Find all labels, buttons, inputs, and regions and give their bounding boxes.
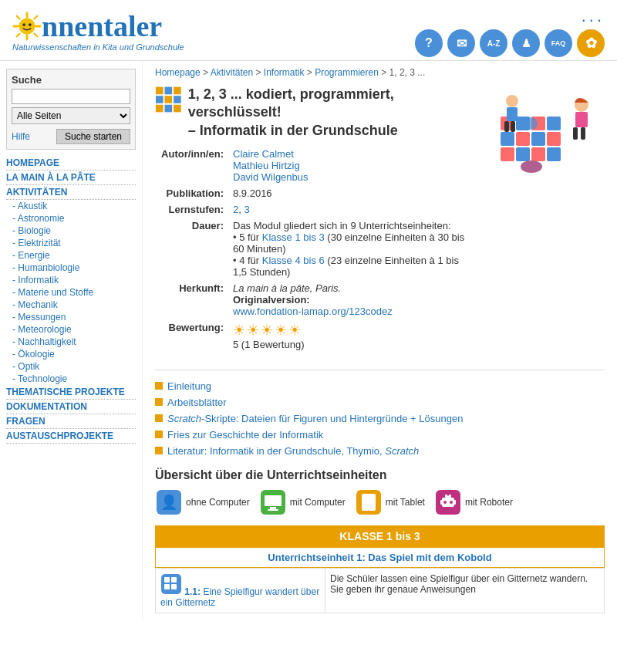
svg-point-9 — [22, 23, 25, 26]
mit-tablet-icon — [355, 488, 383, 516]
sidebar-item---materie-und-stoffe[interactable]: - Materie und Stoffe — [6, 286, 136, 299]
sidebar-item---optik[interactable]: - Optik — [6, 360, 136, 373]
bullet-square-5 — [155, 447, 163, 454]
sidebar-item---meteorologie[interactable]: - Meteorologie — [6, 323, 136, 336]
bullet-list: Einleitung Arbeitsblätter Scratch-Skript… — [155, 378, 605, 459]
svg-line-8 — [17, 34, 20, 37]
sidebar-item---biologie[interactable]: - Biologie — [6, 225, 136, 237]
svg-rect-31 — [547, 147, 561, 161]
sidebar-item-dokumentation[interactable]: DOKUMENTATION — [6, 400, 136, 414]
bullet-square-3 — [155, 414, 163, 422]
star-3: ☀ — [261, 322, 273, 339]
sidebar-item---elektrizitt[interactable]: - Elektrizität — [6, 237, 136, 249]
mit-tablet-label: mit Tablet — [386, 497, 425, 508]
svg-rect-55 — [440, 500, 443, 505]
klasse-1-3-link[interactable]: Klasse 1 bis 3 — [262, 231, 325, 243]
svg-point-34 — [506, 95, 518, 107]
search-box: Suche Alle Seiten Hilfe Suche starten — [6, 69, 136, 150]
author-claire[interactable]: Claire Calmet — [233, 148, 294, 160]
svg-line-5 — [17, 16, 20, 19]
search-input[interactable] — [12, 89, 130, 104]
arbeitsblaetter-link[interactable]: Arbeitsblätter — [167, 397, 227, 408]
sidebar-item---mechanik[interactable]: - Mechanik — [6, 299, 136, 311]
article-title-block: 1, 2, 3 ... kodiert, programmiert, versc… — [155, 86, 480, 360]
breadcrumb-aktivitaeten[interactable]: Aktivitäten — [211, 67, 253, 78]
unit-table: 1.1: Eine Spielfigur wandert über ein Gi… — [155, 568, 605, 613]
info-table: Autor/inn/en: Claire Calmet Mathieu Hirt… — [155, 146, 480, 353]
faq-nav-icon[interactable]: FAQ — [545, 29, 572, 57]
literatur-link[interactable]: Literatur: Informatik in der Grundschule… — [167, 445, 419, 457]
sidebar-item---kologie[interactable]: - Ökologie — [6, 348, 136, 360]
help-nav-icon[interactable]: ? — [415, 29, 443, 57]
svg-point-53 — [443, 501, 447, 504]
authors-cell: Claire Calmet Mathieu Hirtzig David Wilg… — [228, 146, 480, 185]
header-dots: ... — [582, 6, 605, 26]
svg-rect-40 — [573, 127, 578, 140]
svg-rect-25 — [516, 132, 530, 146]
sidebar-item---humanbiologie[interactable]: - Humanbiologie — [6, 262, 136, 274]
sidebar-item---technologie[interactable]: - Technologie — [6, 373, 136, 385]
sidebar-item---nachhaltigkeit[interactable]: - Nachhaltigkeit — [6, 336, 136, 348]
svg-rect-36 — [504, 121, 509, 132]
svg-rect-23 — [547, 117, 561, 130]
sidebar-item-austauschprojekte[interactable]: AUSTAUSCHPROJEKTE — [6, 429, 136, 444]
breadcrumb-homepage[interactable]: Homepage — [155, 67, 201, 78]
search-label: Suche — [12, 74, 130, 86]
sidebar-item---messungen[interactable]: - Messungen — [6, 311, 136, 323]
svg-rect-49 — [362, 494, 376, 511]
fries-link[interactable]: Fries zur Geschichte der Informatik — [167, 429, 323, 441]
klasse-4-6-link[interactable]: Klasse 4 bis 6 — [262, 255, 325, 266]
logo-text: nnentaler — [42, 12, 162, 41]
icon-mit-roboter: mit Roboter — [434, 488, 513, 516]
svg-rect-59 — [161, 574, 181, 594]
originalversion-link[interactable]: www.fondation-lamap.org/123codez — [233, 306, 393, 317]
search-button[interactable]: Suche starten — [56, 129, 130, 144]
sidebar-item---akustik[interactable]: - Akustik — [6, 200, 136, 212]
lernstufe-3[interactable]: 3 — [244, 204, 249, 215]
svg-rect-45 — [265, 495, 282, 506]
author-mathieu[interactable]: Mathieu Hirtzig — [233, 160, 300, 171]
sidebar-item-homepage[interactable]: HOMEPAGE — [6, 156, 136, 171]
people-nav-icon[interactable]: ♟ — [512, 29, 540, 57]
mit-roboter-icon — [434, 488, 462, 516]
svg-rect-30 — [531, 147, 545, 161]
svg-rect-35 — [507, 107, 518, 121]
help-link[interactable]: Hilfe — [12, 131, 30, 142]
svg-rect-61 — [171, 577, 177, 583]
svg-rect-13 — [174, 87, 181, 95]
breadcrumb-programmieren[interactable]: Programmieren — [315, 67, 379, 78]
author-david[interactable]: David Wilgenbus — [233, 171, 308, 183]
einleitung-link[interactable]: Einleitung — [167, 380, 211, 392]
mit-roboter-label: mit Roboter — [465, 497, 513, 508]
class-bar: KLASSE 1 bis 3 — [155, 525, 605, 547]
herkunft-label: Herkunft: — [155, 280, 228, 319]
sidebar-item-aktivitten[interactable]: AKTIVITÄTEN — [6, 185, 136, 200]
sidebar-item---energie[interactable]: - Energie — [6, 249, 136, 262]
header: nnentaler Naturwissenschaften in Kita un… — [0, 0, 617, 61]
header-icons: ? ✉ A-Z ♟ FAQ ✿ — [415, 29, 605, 57]
icon-mit-computer: mit Computer — [259, 488, 346, 516]
flower-nav-icon[interactable]: ✿ — [577, 29, 605, 57]
sidebar-item-fragen[interactable]: FRAGEN — [6, 414, 136, 429]
sidebar-item---informatik[interactable]: - Informatik — [6, 274, 136, 286]
svg-rect-18 — [165, 105, 173, 113]
sidebar-item-la-main--la-pte[interactable]: LA MAIN À LA PÂTE — [6, 171, 136, 185]
svg-line-6 — [35, 34, 38, 37]
bullet-item-arbeitsblätter: Arbeitsblätter — [155, 394, 605, 410]
article-header: 1, 2, 3 ... kodiert, programmiert, versc… — [155, 86, 605, 360]
scratch-link[interactable]: Scratch-Skripte: Dateien für Figuren und… — [167, 413, 463, 424]
grid-icon — [155, 86, 182, 113]
unit-number: 1.1: — [184, 586, 201, 597]
lernstufe-2[interactable]: 2 — [233, 204, 238, 215]
sidebar: Suche Alle Seiten Hilfe Suche starten HO… — [0, 61, 143, 620]
breadcrumb-informatik[interactable]: Informatik — [264, 67, 305, 78]
unit-title[interactable]: Unterrichtseinheit 1: Das Spiel mit dem … — [155, 547, 605, 568]
bullet-square-2 — [155, 398, 163, 406]
az-nav-icon[interactable]: A-Z — [480, 29, 507, 57]
search-select[interactable]: Alle Seiten — [12, 107, 130, 124]
sidebar-item-thematische-projekte[interactable]: THEMATISCHE PROJEKTE — [6, 385, 136, 400]
publication-date: 8.9.2016 — [228, 185, 480, 201]
svg-rect-46 — [270, 507, 276, 509]
sidebar-item---astronomie[interactable]: - Astronomie — [6, 212, 136, 225]
mail-nav-icon[interactable]: ✉ — [447, 29, 475, 57]
